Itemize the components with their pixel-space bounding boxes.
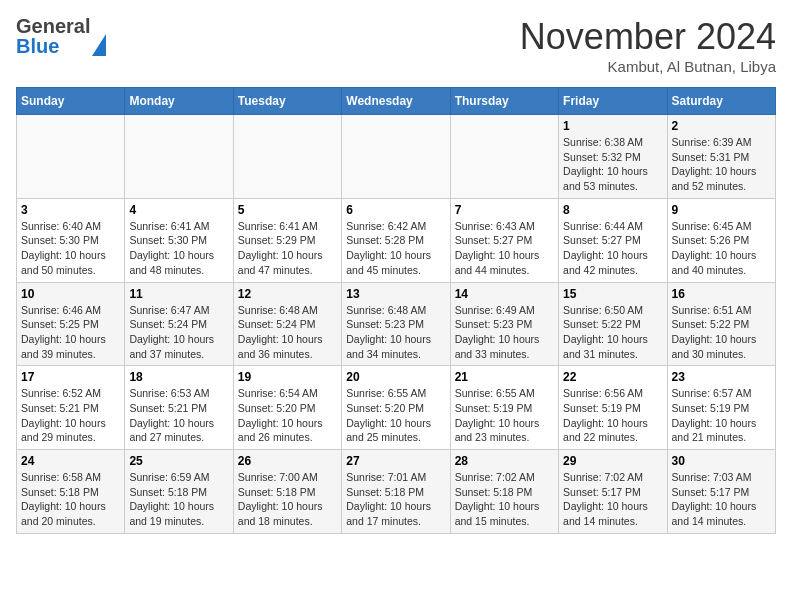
day-number: 15 [563, 287, 662, 301]
calendar-day-cell [17, 115, 125, 199]
day-info: Sunrise: 6:41 AM Sunset: 5:29 PM Dayligh… [238, 219, 337, 278]
day-number: 30 [672, 454, 771, 468]
day-number: 16 [672, 287, 771, 301]
day-info: Sunrise: 6:52 AM Sunset: 5:21 PM Dayligh… [21, 386, 120, 445]
day-info: Sunrise: 6:43 AM Sunset: 5:27 PM Dayligh… [455, 219, 554, 278]
calendar-week-row: 10Sunrise: 6:46 AM Sunset: 5:25 PM Dayli… [17, 282, 776, 366]
calendar-day-cell: 27Sunrise: 7:01 AM Sunset: 5:18 PM Dayli… [342, 450, 450, 534]
day-number: 1 [563, 119, 662, 133]
month-title: November 2024 [520, 16, 776, 58]
calendar-day-cell [450, 115, 558, 199]
calendar-day-cell [125, 115, 233, 199]
day-info: Sunrise: 6:48 AM Sunset: 5:23 PM Dayligh… [346, 303, 445, 362]
day-info: Sunrise: 6:49 AM Sunset: 5:23 PM Dayligh… [455, 303, 554, 362]
day-number: 23 [672, 370, 771, 384]
day-info: Sunrise: 6:58 AM Sunset: 5:18 PM Dayligh… [21, 470, 120, 529]
calendar-day-cell: 9Sunrise: 6:45 AM Sunset: 5:26 PM Daylig… [667, 198, 775, 282]
calendar-week-row: 1Sunrise: 6:38 AM Sunset: 5:32 PM Daylig… [17, 115, 776, 199]
calendar-day-cell: 11Sunrise: 6:47 AM Sunset: 5:24 PM Dayli… [125, 282, 233, 366]
day-number: 19 [238, 370, 337, 384]
day-number: 22 [563, 370, 662, 384]
day-number: 8 [563, 203, 662, 217]
day-number: 13 [346, 287, 445, 301]
calendar-day-cell: 29Sunrise: 7:02 AM Sunset: 5:17 PM Dayli… [559, 450, 667, 534]
calendar-day-cell: 30Sunrise: 7:03 AM Sunset: 5:17 PM Dayli… [667, 450, 775, 534]
day-number: 10 [21, 287, 120, 301]
calendar-day-cell: 18Sunrise: 6:53 AM Sunset: 5:21 PM Dayli… [125, 366, 233, 450]
calendar-day-cell: 10Sunrise: 6:46 AM Sunset: 5:25 PM Dayli… [17, 282, 125, 366]
day-number: 2 [672, 119, 771, 133]
calendar-table: SundayMondayTuesdayWednesdayThursdayFrid… [16, 87, 776, 534]
day-number: 18 [129, 370, 228, 384]
day-info: Sunrise: 6:59 AM Sunset: 5:18 PM Dayligh… [129, 470, 228, 529]
weekday-header-wednesday: Wednesday [342, 88, 450, 115]
calendar-day-cell: 24Sunrise: 6:58 AM Sunset: 5:18 PM Dayli… [17, 450, 125, 534]
calendar-day-cell: 19Sunrise: 6:54 AM Sunset: 5:20 PM Dayli… [233, 366, 341, 450]
calendar-day-cell: 17Sunrise: 6:52 AM Sunset: 5:21 PM Dayli… [17, 366, 125, 450]
page-header: General Blue November 2024 Kambut, Al Bu… [16, 16, 776, 75]
calendar-day-cell [342, 115, 450, 199]
calendar-header-row: SundayMondayTuesdayWednesdayThursdayFrid… [17, 88, 776, 115]
day-number: 6 [346, 203, 445, 217]
calendar-day-cell: 20Sunrise: 6:55 AM Sunset: 5:20 PM Dayli… [342, 366, 450, 450]
day-number: 14 [455, 287, 554, 301]
day-info: Sunrise: 6:54 AM Sunset: 5:20 PM Dayligh… [238, 386, 337, 445]
weekday-header-sunday: Sunday [17, 88, 125, 115]
day-number: 5 [238, 203, 337, 217]
calendar-day-cell: 5Sunrise: 6:41 AM Sunset: 5:29 PM Daylig… [233, 198, 341, 282]
day-info: Sunrise: 6:46 AM Sunset: 5:25 PM Dayligh… [21, 303, 120, 362]
day-info: Sunrise: 6:41 AM Sunset: 5:30 PM Dayligh… [129, 219, 228, 278]
day-info: Sunrise: 7:03 AM Sunset: 5:17 PM Dayligh… [672, 470, 771, 529]
calendar-day-cell: 21Sunrise: 6:55 AM Sunset: 5:19 PM Dayli… [450, 366, 558, 450]
calendar-week-row: 3Sunrise: 6:40 AM Sunset: 5:30 PM Daylig… [17, 198, 776, 282]
logo-triangle-icon [92, 34, 106, 56]
calendar-day-cell: 16Sunrise: 6:51 AM Sunset: 5:22 PM Dayli… [667, 282, 775, 366]
day-info: Sunrise: 6:40 AM Sunset: 5:30 PM Dayligh… [21, 219, 120, 278]
day-info: Sunrise: 7:00 AM Sunset: 5:18 PM Dayligh… [238, 470, 337, 529]
day-number: 12 [238, 287, 337, 301]
day-info: Sunrise: 7:02 AM Sunset: 5:17 PM Dayligh… [563, 470, 662, 529]
day-number: 25 [129, 454, 228, 468]
day-number: 27 [346, 454, 445, 468]
calendar-day-cell: 4Sunrise: 6:41 AM Sunset: 5:30 PM Daylig… [125, 198, 233, 282]
calendar-day-cell [233, 115, 341, 199]
calendar-day-cell: 2Sunrise: 6:39 AM Sunset: 5:31 PM Daylig… [667, 115, 775, 199]
logo-blue: Blue [16, 36, 90, 56]
day-number: 24 [21, 454, 120, 468]
calendar-week-row: 24Sunrise: 6:58 AM Sunset: 5:18 PM Dayli… [17, 450, 776, 534]
weekday-header-tuesday: Tuesday [233, 88, 341, 115]
day-info: Sunrise: 6:38 AM Sunset: 5:32 PM Dayligh… [563, 135, 662, 194]
calendar-day-cell: 28Sunrise: 7:02 AM Sunset: 5:18 PM Dayli… [450, 450, 558, 534]
weekday-header-thursday: Thursday [450, 88, 558, 115]
day-info: Sunrise: 6:42 AM Sunset: 5:28 PM Dayligh… [346, 219, 445, 278]
calendar-day-cell: 1Sunrise: 6:38 AM Sunset: 5:32 PM Daylig… [559, 115, 667, 199]
calendar-day-cell: 23Sunrise: 6:57 AM Sunset: 5:19 PM Dayli… [667, 366, 775, 450]
logo-general: General [16, 16, 90, 36]
day-info: Sunrise: 6:48 AM Sunset: 5:24 PM Dayligh… [238, 303, 337, 362]
day-info: Sunrise: 6:45 AM Sunset: 5:26 PM Dayligh… [672, 219, 771, 278]
day-number: 29 [563, 454, 662, 468]
day-number: 7 [455, 203, 554, 217]
day-number: 9 [672, 203, 771, 217]
day-info: Sunrise: 6:53 AM Sunset: 5:21 PM Dayligh… [129, 386, 228, 445]
calendar-week-row: 17Sunrise: 6:52 AM Sunset: 5:21 PM Dayli… [17, 366, 776, 450]
day-info: Sunrise: 6:44 AM Sunset: 5:27 PM Dayligh… [563, 219, 662, 278]
day-info: Sunrise: 6:55 AM Sunset: 5:20 PM Dayligh… [346, 386, 445, 445]
calendar-day-cell: 14Sunrise: 6:49 AM Sunset: 5:23 PM Dayli… [450, 282, 558, 366]
day-info: Sunrise: 6:55 AM Sunset: 5:19 PM Dayligh… [455, 386, 554, 445]
weekday-header-friday: Friday [559, 88, 667, 115]
day-info: Sunrise: 7:01 AM Sunset: 5:18 PM Dayligh… [346, 470, 445, 529]
day-info: Sunrise: 6:57 AM Sunset: 5:19 PM Dayligh… [672, 386, 771, 445]
calendar-day-cell: 25Sunrise: 6:59 AM Sunset: 5:18 PM Dayli… [125, 450, 233, 534]
location-subtitle: Kambut, Al Butnan, Libya [520, 58, 776, 75]
day-number: 21 [455, 370, 554, 384]
calendar-day-cell: 26Sunrise: 7:00 AM Sunset: 5:18 PM Dayli… [233, 450, 341, 534]
title-block: November 2024 Kambut, Al Butnan, Libya [520, 16, 776, 75]
day-number: 20 [346, 370, 445, 384]
day-number: 26 [238, 454, 337, 468]
calendar-day-cell: 15Sunrise: 6:50 AM Sunset: 5:22 PM Dayli… [559, 282, 667, 366]
day-number: 11 [129, 287, 228, 301]
day-info: Sunrise: 6:47 AM Sunset: 5:24 PM Dayligh… [129, 303, 228, 362]
weekday-header-monday: Monday [125, 88, 233, 115]
day-number: 3 [21, 203, 120, 217]
